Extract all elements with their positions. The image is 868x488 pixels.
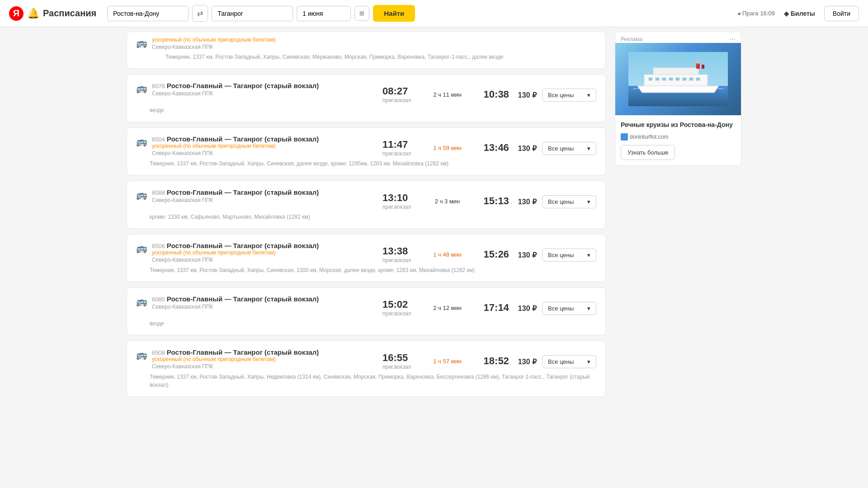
- depart-block-3: 13:10 приг.вокзал: [382, 192, 411, 210]
- depart-type-6: приг.вокзал: [382, 364, 411, 370]
- bell-icon: 🔔: [27, 8, 39, 19]
- arrive-time-4: 15:26: [484, 249, 509, 260]
- ad-dots[interactable]: ⋯: [729, 36, 736, 43]
- train-company-6: Северо-Кавказская ППК: [152, 363, 369, 370]
- times-price-1: 08:27 приг.вокзал 2 ч 11 мин 10:38 130 ₽…: [369, 82, 596, 103]
- ad-source: doninturflot.com: [621, 133, 736, 141]
- train-icon-4: 🚌: [136, 243, 147, 253]
- arrive-block-6: 18:52: [484, 355, 509, 367]
- arrive-block-1: 10:38: [484, 89, 509, 100]
- prices-dropdown-2[interactable]: Все цены ▾: [542, 142, 596, 155]
- tickets-icon: ◈: [784, 10, 789, 17]
- location-info: ◂ Прага 16:09: [737, 10, 775, 17]
- location-time: 16:09: [760, 10, 775, 17]
- depart-time-1: 08:27: [382, 85, 411, 97]
- svg-rect-14: [702, 65, 704, 69]
- tickets-label: Билеты: [791, 10, 815, 17]
- train-icon-3: 🚌: [136, 189, 147, 200]
- to-input[interactable]: [212, 6, 293, 21]
- duration-5: 2 ч 12 мин: [429, 305, 466, 311]
- train-icon-5: 🚌: [136, 296, 147, 307]
- accelerated-4: ускоренный (по обычным пригородным билет…: [152, 249, 369, 256]
- prices-dropdown-3[interactable]: Все цены ▾: [542, 195, 596, 208]
- header: Я 🔔 Расписания ⇄ ⊞ Найти ◂ Прага 16:09 ◈…: [0, 0, 868, 27]
- price-row-4: 130 ₽ Все цены ▾: [518, 249, 596, 262]
- price-6: 130 ₽: [518, 357, 537, 366]
- from-input[interactable]: [107, 6, 189, 21]
- train-stops-2: Темерник, 1337 км, Ростов-Западный, Хапр…: [150, 160, 596, 168]
- date-input[interactable]: [297, 6, 351, 21]
- train-header-6: 6508 Ростов-Главный — Таганрог (старый в…: [152, 348, 369, 356]
- logo-area: Я 🔔 Расписания: [9, 6, 96, 21]
- ad-label-row: Реклама ⋯: [615, 32, 741, 43]
- train-icon-0: 🚌: [136, 38, 147, 48]
- svg-rect-6: [656, 78, 659, 80]
- train-row-1: 🚌 6076 Ростов-Главный — Таганрог (старый…: [136, 82, 596, 103]
- swap-button[interactable]: ⇄: [192, 5, 208, 22]
- company-0: Северо-Кавказская ППК: [152, 44, 596, 50]
- train-header-3: 6088 Ростов-Главный — Таганрог (старый в…: [152, 188, 369, 196]
- train-info-0: ускоренный (по обычным пригородным билет…: [152, 37, 596, 61]
- train-number-3: 6088: [152, 189, 165, 196]
- depart-type-3: приг.вокзал: [382, 204, 411, 210]
- arrive-block-4: 15:26: [484, 249, 509, 260]
- ad-source-label: doninturflot.com: [630, 134, 668, 140]
- train-cards: 🚌 6076 Ростов-Главный — Таганрог (старый…: [127, 74, 606, 397]
- depart-type-2: приг.вокзал: [382, 150, 411, 157]
- train-card-1: 🚌 6076 Ростов-Главный — Таганрог (старый…: [127, 74, 606, 122]
- price-3: 130 ₽: [518, 197, 537, 206]
- depart-time-4: 13:38: [382, 245, 411, 257]
- train-times-5: 15:02 приг.вокзал 2 ч 12 мин 17:14: [382, 299, 509, 317]
- tickets-link[interactable]: ◈ Билеты: [784, 10, 815, 17]
- svg-rect-8: [669, 78, 673, 80]
- train-route-2: Ростов-Главный — Таганрог (старый вокзал…: [167, 135, 319, 143]
- train-company-2: Северо-Кавказская ППК: [152, 150, 369, 156]
- login-button[interactable]: Войти: [824, 6, 859, 21]
- train-card-3: 🚌 6088 Ростов-Главный — Таганрог (старый…: [127, 181, 606, 229]
- depart-time-5: 15:02: [382, 299, 411, 310]
- price-2: 130 ₽: [518, 144, 537, 153]
- train-times-1: 08:27 приг.вокзал 2 ч 11 мин 10:38: [382, 85, 509, 103]
- train-route-3: Ростов-Главный — Таганрог (старый вокзал…: [167, 188, 319, 196]
- train-card-5: 🚌 6080 Ростов-Главный — Таганрог (старый…: [127, 287, 606, 335]
- accelerated-2: ускоренный (по обычным пригородным билет…: [152, 143, 369, 149]
- svg-rect-11: [689, 78, 693, 80]
- duration-2: 1 ч 59 мин: [429, 145, 466, 151]
- train-header-4: 6506 Ростов-Главный — Таганрог (старый в…: [152, 242, 369, 249]
- depart-time-2: 11:47: [382, 139, 411, 150]
- accelerated-0: ускоренный (по обычным пригородным билет…: [152, 37, 596, 43]
- svg-rect-5: [649, 78, 652, 80]
- train-stops-4: Темерник, 1337 км, Ростов-Западный, Хапр…: [150, 266, 596, 274]
- svg-rect-4: [653, 68, 698, 75]
- train-company-3: Северо-Кавказская ППК: [152, 197, 369, 203]
- prices-dropdown-6[interactable]: Все цены ▾: [542, 355, 596, 368]
- times-price-2: 11:47 приг.вокзал 1 ч 59 мин 13:46 130 ₽…: [369, 135, 596, 157]
- price-1: 130 ₽: [518, 91, 537, 99]
- svg-rect-10: [683, 78, 686, 80]
- location-icon: ◂: [737, 10, 741, 17]
- train-times-4: 13:38 приг.вокзал 1 ч 48 мин 15:26: [382, 245, 509, 263]
- train-header-2: 6504 Ростов-Главный — Таганрог (старый в…: [152, 135, 369, 143]
- train-card-2: 🚌 6504 Ростов-Главный — Таганрог (старый…: [127, 127, 606, 175]
- train-stops-3: кроме: 1330 км, Сафьяново, Мартыново, Ми…: [150, 213, 596, 221]
- duration-4: 1 ч 48 мин: [429, 251, 466, 258]
- svg-rect-9: [676, 78, 679, 80]
- price-row-6: 130 ₽ Все цены ▾: [518, 355, 596, 368]
- svg-rect-7: [662, 78, 666, 80]
- ad-label: Реклама: [621, 36, 642, 42]
- times-price-3: 13:10 приг.вокзал 2 ч 3 мин 15:13 130 ₽ …: [369, 188, 596, 210]
- prices-dropdown-4[interactable]: Все цены ▾: [542, 249, 596, 262]
- train-card-6: 🚌 6508 Ростов-Главный — Таганрог (старый…: [127, 341, 606, 397]
- ad-more-button[interactable]: Узнать больше: [621, 145, 675, 160]
- grid-button[interactable]: ⊞: [354, 6, 369, 21]
- arrive-time-3: 15:13: [484, 195, 509, 207]
- sidebar-column: Реклама ⋯: [615, 27, 741, 402]
- arrive-block-2: 13:46: [484, 142, 509, 154]
- find-button[interactable]: Найти: [373, 5, 415, 22]
- prices-dropdown-5[interactable]: Все цены ▾: [542, 302, 596, 315]
- prices-dropdown-1[interactable]: Все цены ▾: [542, 89, 596, 102]
- train-number-4: 6506: [152, 243, 165, 249]
- train-info-5: 6080 Ростов-Главный — Таганрог (старый в…: [152, 295, 369, 310]
- train-row-4: 🚌 6506 Ростов-Главный — Таганрог (старый…: [136, 242, 596, 263]
- train-times-2: 11:47 приг.вокзал 1 ч 59 мин 13:46: [382, 139, 509, 157]
